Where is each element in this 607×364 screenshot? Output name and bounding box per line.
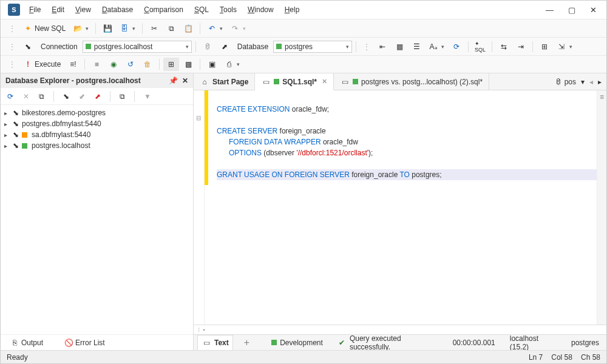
save-all-icon: 🗄 xyxy=(120,24,129,33)
rollback-button[interactable]: ↺ xyxy=(123,58,138,71)
tab-sql1[interactable]: ▭SQL1.sql*✕ xyxy=(255,73,334,90)
execute-button[interactable]: ! Execute xyxy=(20,58,64,71)
app-logo: S xyxy=(8,4,20,16)
status-ch: Ch 58 xyxy=(581,353,600,362)
new-sql-button[interactable]: ✦ New SQL xyxy=(20,22,69,35)
output-tab[interactable]: ⎘Output xyxy=(7,336,46,349)
menu-tools[interactable]: Tools xyxy=(215,3,241,16)
close-panel-icon[interactable]: ✕ xyxy=(182,76,188,85)
image-button[interactable]: ▣ xyxy=(204,58,220,71)
image-icon: ▣ xyxy=(207,59,217,69)
tree-node[interactable]: ▸⬊postgres.localhost xyxy=(1,140,193,151)
tab-more-icon[interactable]: ◂ xyxy=(589,78,593,86)
tab-compare[interactable]: ▭postgres vs. postg...localhost) (2).sql… xyxy=(334,73,489,90)
copy-tree-button[interactable]: ⧉ xyxy=(117,90,128,103)
tree-node[interactable]: ▸⬊bikestores.demo-postgres xyxy=(1,107,193,118)
minimize-button[interactable]: — xyxy=(546,5,554,15)
scrollbar[interactable]: ≡ xyxy=(597,90,606,325)
tree-node[interactable]: ▸⬊sa.dbfmylast:5440 xyxy=(1,129,193,140)
tool-grid-button[interactable]: ▦ xyxy=(392,40,407,53)
expand-icon[interactable]: ▸ xyxy=(4,110,10,116)
tab-dropdown-icon[interactable]: ▾ xyxy=(581,78,585,86)
fold-icon[interactable]: ⊟ xyxy=(196,115,201,121)
connect-button[interactable]: ⬊ xyxy=(60,90,72,103)
menu-view[interactable]: View xyxy=(71,3,95,16)
tool-font-button[interactable]: Aₐ▾ xyxy=(426,40,447,53)
tool-outdent-button[interactable]: ⇥ xyxy=(513,40,529,53)
file-icon: ▭ xyxy=(202,338,211,348)
menu-file[interactable]: FFileile xyxy=(25,3,45,16)
commit-button[interactable]: ◉ xyxy=(106,58,121,71)
save-button[interactable]: 💾 xyxy=(100,22,115,35)
delete-button[interactable]: ✕ xyxy=(20,90,32,103)
menu-database[interactable]: Database xyxy=(98,3,137,16)
text-view-tab[interactable]: ▭Text xyxy=(197,335,233,351)
maximize-button[interactable]: ▢ xyxy=(568,5,575,15)
connection-icon-button[interactable]: ⬊ xyxy=(20,40,36,53)
expand-icon[interactable]: ▸ xyxy=(4,143,10,149)
close-button[interactable]: ✕ xyxy=(590,5,597,15)
tool-export-button[interactable]: ⇲▾ xyxy=(554,40,575,53)
trash-button[interactable]: 🗑 xyxy=(140,58,155,71)
code-area[interactable]: CREATE EXTENSION oracle_fdw; CREATE SERV… xyxy=(208,90,597,325)
connection-tree: ▸⬊bikestores.demo-postgres ▸⬊postgres.db… xyxy=(1,105,193,334)
menu-sql[interactable]: SQL xyxy=(190,3,213,16)
save-all-button[interactable]: 🗄▾ xyxy=(117,22,138,35)
errors-tab[interactable]: 🚫Error List xyxy=(61,336,108,349)
splitter[interactable]: ⸽ ◂ xyxy=(194,325,606,334)
expand-icon[interactable]: ▸ xyxy=(4,132,10,138)
cut-button[interactable]: ✂ xyxy=(146,22,162,35)
database-combo[interactable]: postgres ▾ xyxy=(273,41,352,53)
menu-window[interactable]: Window xyxy=(243,3,278,16)
stop-icon: ■ xyxy=(92,59,101,69)
disconnect-button[interactable]: ⬋ xyxy=(76,90,88,103)
connection-combo[interactable]: postgres.localhost ▾ xyxy=(83,41,192,53)
misc-button[interactable]: ⎙▾ xyxy=(221,58,243,71)
separator xyxy=(356,41,356,52)
tab-close-icon[interactable]: ✕ xyxy=(322,78,327,86)
execute-step-button[interactable]: ≡! xyxy=(65,58,81,71)
filter-button[interactable]: ▼ xyxy=(141,90,154,103)
new-window-button[interactable]: ⧉ xyxy=(36,90,47,103)
status-square-icon xyxy=(271,340,277,345)
menu-edit[interactable]: Edit xyxy=(47,3,69,16)
sql-icon: ✦SQL xyxy=(475,42,485,52)
stop-button[interactable]: ■ xyxy=(89,58,104,71)
layout1-button[interactable]: ⊞ xyxy=(163,58,179,71)
expand-icon[interactable]: ▸ xyxy=(4,121,10,127)
refresh-tree-button[interactable]: ⟳ xyxy=(4,90,16,103)
code-editor[interactable]: ⊟ CREATE EXTENSION oracle_fdw; CREATE SE… xyxy=(194,90,606,325)
tab-more2-icon[interactable]: ▸ xyxy=(598,78,602,86)
tree-node[interactable]: ▸⬊postgres.dbfmylast:5440 xyxy=(1,118,193,129)
editor-panel: ⌂Start Page ▭SQL1.sql*✕ ▭postgres vs. po… xyxy=(194,73,606,350)
separator xyxy=(159,59,160,70)
tab-start-page[interactable]: ⌂Start Page xyxy=(194,73,255,90)
layout2-button[interactable]: ▩ xyxy=(180,58,196,71)
tool-list-button[interactable]: ☰ xyxy=(409,40,424,53)
execute-label: Execute xyxy=(35,60,61,69)
tool-align-button[interactable]: ⇆ xyxy=(496,40,512,53)
pin-icon[interactable]: 📌 xyxy=(169,76,178,85)
overflow-tab[interactable]: 🛢 pos xyxy=(555,78,576,86)
copy-button[interactable]: ⧉ xyxy=(163,22,179,35)
plug-icon: ⬊ xyxy=(12,120,20,128)
menu-help[interactable]: Help xyxy=(280,3,304,16)
open-button[interactable]: 📂▾ xyxy=(70,22,92,35)
connect2-button[interactable]: ⬈ xyxy=(92,90,104,103)
host-label: localhost (15.2) xyxy=(506,334,560,351)
undo-button[interactable]: ↶▾ xyxy=(204,22,226,35)
errors-label: Error List xyxy=(75,339,105,347)
tool-table-button[interactable]: ⊞ xyxy=(537,40,552,53)
menu-comparison[interactable]: Comparison xyxy=(140,3,188,16)
tab-overflow: 🛢 pos ▾ ◂ ▸ xyxy=(550,78,606,86)
paste-button[interactable]: 📋 xyxy=(180,22,196,35)
separator xyxy=(84,59,85,70)
tool-refresh-button[interactable]: ⟳ xyxy=(449,40,464,53)
tool-indent-button[interactable]: ⇤ xyxy=(375,40,390,53)
db-icon-button[interactable]: 🛢 xyxy=(200,40,215,53)
tool-sql-button[interactable]: ✦SQL xyxy=(472,40,488,53)
redo-button[interactable]: ↷▾ xyxy=(227,22,249,35)
db-connect-button[interactable]: ⬈ xyxy=(217,40,232,53)
separator xyxy=(468,41,469,52)
add-view-button[interactable]: + xyxy=(240,337,253,348)
